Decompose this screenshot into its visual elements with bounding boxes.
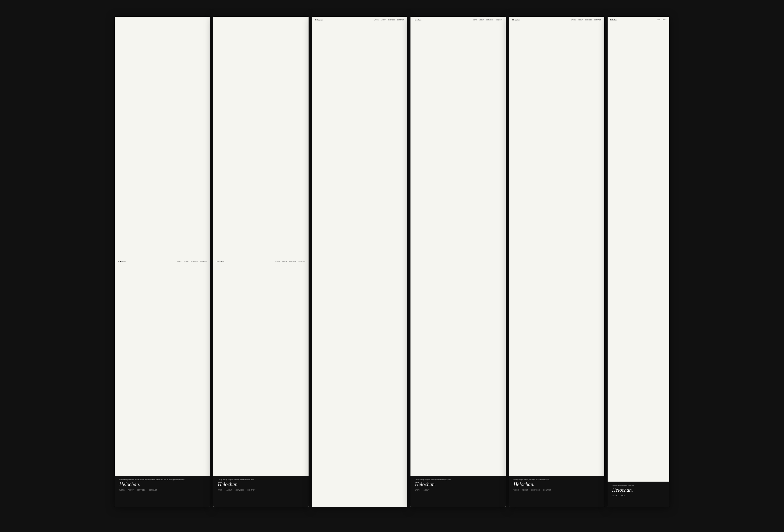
nav-bar-1: Helochan WORK ABOUT SERVICES CONTACT bbox=[115, 17, 210, 507]
footer-bar-5: I keep things simple, creative and tomor… bbox=[509, 476, 604, 507]
nav-work-5[interactable]: WORK bbox=[571, 19, 576, 504]
footer-link-contact-1[interactable]: CONTACT bbox=[149, 489, 157, 491]
screen-container: Helochan WORK ABOUT SERVICES CONTACT I c… bbox=[0, 0, 784, 532]
footer-eyebrow-6: I keep things simple, creative. bbox=[612, 484, 665, 486]
nav-services-2[interactable]: SERVICES bbox=[289, 261, 296, 263]
footer-about-2[interactable]: ABOUT bbox=[226, 489, 232, 491]
nav-about-3[interactable]: ABOUT bbox=[381, 19, 386, 504]
footer-work-5[interactable]: WORK bbox=[513, 489, 519, 491]
nav-brand-3: Helochan bbox=[315, 19, 323, 504]
page-card-3: Helochan WORK ABOUT SERVICES CONTACT Wor… bbox=[312, 17, 407, 507]
footer-eyebrow-5: I keep things simple, creative and tomor… bbox=[513, 479, 600, 480]
page-card-4: Helochan WORK ABOUT SERVICES CONTACT Let… bbox=[411, 17, 506, 507]
footer-link-services-1[interactable]: SERVICES bbox=[137, 489, 145, 491]
nav-about-4[interactable]: ABOUT bbox=[479, 19, 484, 504]
footer-links-4: WORK ABOUT bbox=[415, 489, 501, 491]
footer-work-4[interactable]: WORK bbox=[415, 489, 420, 491]
nav-work-3[interactable]: WORK bbox=[374, 19, 379, 504]
footer-contact-2[interactable]: CONTACT bbox=[248, 489, 256, 491]
footer-links-2: WORK ABOUT SERVICES CONTACT bbox=[218, 489, 304, 491]
footer-links-5: WORK ABOUT SERVICES CONTACT bbox=[513, 489, 600, 491]
page-card-2: Helochan WORK ABOUT SERVICES CONTACT Hel… bbox=[213, 17, 309, 507]
footer-logo-1: Helochan. bbox=[119, 482, 205, 487]
nav-work-6[interactable]: WORK bbox=[657, 19, 660, 504]
nav-brand-4: Helochan bbox=[414, 19, 421, 504]
footer-bar-6: I keep things simple, creative. Helochan… bbox=[608, 482, 669, 507]
footer-bar-1: I keep things simple, creative and tomor… bbox=[115, 476, 210, 507]
page-card-1: Helochan WORK ABOUT SERVICES CONTACT I c… bbox=[115, 17, 210, 507]
footer-link-work-1[interactable]: WORK bbox=[119, 489, 124, 491]
footer-links-6: WORK ABOUT bbox=[612, 495, 665, 497]
nav-bar-3: Helochan WORK ABOUT SERVICES CONTACT bbox=[312, 17, 407, 507]
nav-services-3[interactable]: SERVICES bbox=[388, 19, 395, 504]
nav-about-2[interactable]: ABOUT bbox=[282, 261, 287, 263]
nav-work-4[interactable]: WORK bbox=[473, 19, 477, 504]
footer-contact-5[interactable]: CONTACT bbox=[543, 489, 551, 491]
nav-link-about-1[interactable]: ABOUT bbox=[184, 261, 189, 263]
footer-bar-2: I keep things simple, creative and tomor… bbox=[213, 476, 309, 507]
nav-services-5[interactable]: SERVICES bbox=[585, 19, 592, 504]
footer-bar-4: I keep things simple, creative and tomor… bbox=[411, 476, 506, 507]
nav-brand-2: Helochan bbox=[217, 261, 224, 263]
footer-about-5[interactable]: ABOUT bbox=[522, 489, 528, 491]
nav-contact-2[interactable]: CONTACT bbox=[299, 261, 305, 263]
footer-services-5[interactable]: SERVICES bbox=[531, 489, 539, 491]
footer-link-about-1[interactable]: ABOUT bbox=[128, 489, 134, 491]
footer-services-2[interactable]: SERVICES bbox=[235, 489, 244, 491]
nav-contact-5[interactable]: CONTACT bbox=[594, 19, 601, 504]
nav-bar-2: Helochan WORK ABOUT SERVICES CONTACT bbox=[213, 17, 309, 507]
nav-bar-5: Helochan WORK ABOUT SERVICES CONTACT bbox=[509, 17, 604, 507]
nav-bar-6: Helochan WORK ABOUT bbox=[608, 17, 669, 507]
nav-link-services-1[interactable]: SERVICES bbox=[191, 261, 198, 263]
footer-logo-5: Helochan. bbox=[513, 482, 600, 487]
nav-link-work-1[interactable]: WORK bbox=[177, 261, 181, 263]
nav-bar-4: Helochan WORK ABOUT SERVICES CONTACT bbox=[411, 17, 506, 507]
nav-brand-5: Helochan bbox=[512, 19, 520, 504]
nav-links-6: WORK ABOUT bbox=[657, 19, 666, 504]
footer-logo-6: Helochan. bbox=[612, 487, 665, 493]
nav-links-5: WORK ABOUT SERVICES CONTACT bbox=[571, 19, 601, 504]
footer-work-6[interactable]: WORK bbox=[612, 495, 617, 497]
nav-links-1: WORK ABOUT SERVICES CONTACT bbox=[177, 261, 207, 263]
footer-logo-4: Helochan. bbox=[415, 482, 501, 487]
nav-links-4: WORK ABOUT SERVICES CONTACT bbox=[473, 19, 502, 504]
footer-about-6[interactable]: ABOUT bbox=[621, 495, 627, 497]
page-card-5: Helochan WORK ABOUT SERVICES CONTACT Her… bbox=[509, 17, 604, 507]
footer-links-1: WORK ABOUT SERVICES CONTACT bbox=[119, 489, 205, 491]
footer-eyebrow-2: I keep things simple, creative and tomor… bbox=[218, 479, 304, 480]
nav-contact-3[interactable]: CONTACT bbox=[397, 19, 404, 504]
nav-brand-1: Helochan bbox=[118, 261, 126, 263]
nav-about-6[interactable]: ABOUT bbox=[663, 19, 666, 504]
footer-about-4[interactable]: ABOUT bbox=[424, 489, 429, 491]
nav-link-contact-1[interactable]: CONTACT bbox=[200, 261, 207, 263]
nav-links-2: WORK ABOUT SERVICES CONTACT bbox=[276, 261, 305, 263]
page-card-6: Helochan WORK ABOUT Here's whatI can do … bbox=[608, 17, 669, 507]
nav-brand-6: Helochan bbox=[610, 19, 617, 504]
footer-eyebrow-1: I keep things simple, creative and tomor… bbox=[119, 479, 205, 480]
footer-work-2[interactable]: WORK bbox=[218, 489, 223, 491]
footer-eyebrow-4: I keep things simple, creative and tomor… bbox=[415, 479, 501, 480]
nav-services-4[interactable]: SERVICES bbox=[486, 19, 493, 504]
nav-about-5[interactable]: ABOUT bbox=[578, 19, 583, 504]
nav-links-3: WORK ABOUT SERVICES CONTACT bbox=[374, 19, 404, 504]
footer-logo-2: Helochan. bbox=[218, 482, 304, 487]
nav-contact-4[interactable]: CONTACT bbox=[496, 19, 502, 504]
nav-work-2[interactable]: WORK bbox=[276, 261, 280, 263]
